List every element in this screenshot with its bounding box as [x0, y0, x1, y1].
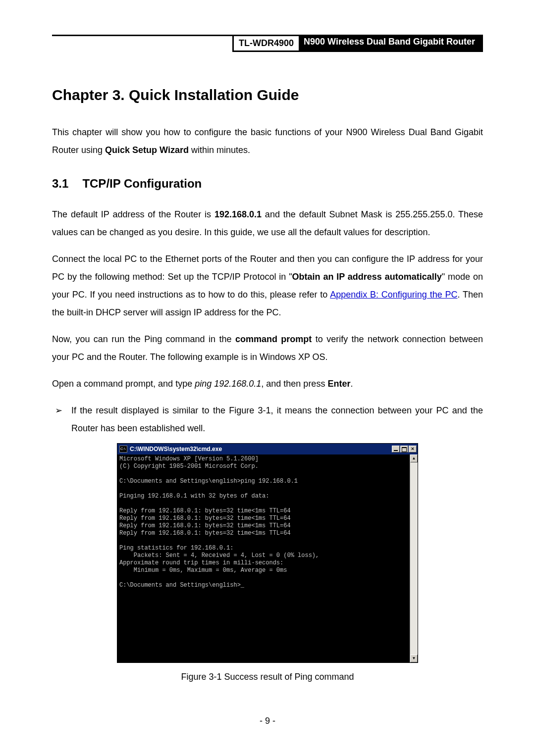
- text: , and then press: [261, 379, 327, 389]
- maximize-button[interactable]: [400, 446, 408, 453]
- bullet-text: If the result displayed is similar to th…: [71, 402, 483, 437]
- scroll-up-button[interactable]: ▲: [410, 454, 418, 462]
- paragraph-open-prompt: Open a command prompt, and type ping 192…: [52, 375, 483, 393]
- paragraph-connect-pc: Connect the local PC to the Ethernet por…: [52, 250, 483, 321]
- cmd-body-wrap: Microsoft Windows XP [Version 5.1.2600] …: [117, 454, 418, 662]
- text: Now, you can run the Ping command in the: [52, 334, 235, 344]
- vertical-scrollbar[interactable]: ▲ ▼: [410, 454, 418, 662]
- product-name: N900 Wireless Dual Band Gigabit Router: [299, 35, 483, 52]
- bullet-item: ➢ If the result displayed is similar to …: [52, 402, 483, 437]
- bold-text: command prompt: [235, 334, 312, 344]
- text: The default IP address of the Router is: [52, 209, 214, 219]
- cmd-icon: [119, 446, 127, 453]
- scroll-track[interactable]: [410, 462, 418, 655]
- bold-text: Obtain an IP address automatically: [292, 272, 442, 282]
- bullet-glyph-icon: ➢: [52, 402, 62, 419]
- page-number: - 9 -: [0, 716, 535, 726]
- text: Open a command prompt, and type: [52, 379, 195, 389]
- figure-caption: Figure 3-1 Success result of Ping comman…: [52, 672, 483, 682]
- model-number: TL-WDR4900: [232, 35, 299, 52]
- appendix-link[interactable]: Appendix B: Configuring the PC: [330, 290, 457, 300]
- bold-text: Enter: [327, 379, 350, 389]
- close-button[interactable]: ×: [409, 446, 417, 453]
- cmd-title-text: C:\WINDOWS\system32\cmd.exe: [130, 446, 392, 453]
- section-heading: TCP/IP Configuration: [82, 177, 202, 190]
- paragraph-default-ip: The default IP address of the Router is …: [52, 205, 483, 241]
- section-number: 3.1: [52, 177, 68, 191]
- cmd-window: C:\WINDOWS\system32\cmd.exe × Microsoft …: [117, 443, 418, 663]
- text: .: [350, 379, 353, 389]
- section-title: 3.1TCP/IP Configuration: [52, 177, 483, 191]
- scroll-down-button[interactable]: ▼: [410, 655, 418, 662]
- ip-address: 192.168.0.1: [214, 209, 262, 219]
- intro-paragraph: This chapter will show you how to config…: [52, 123, 483, 159]
- text: within minutes.: [189, 145, 250, 155]
- chapter-title: Chapter 3. Quick Installation Guide: [52, 87, 483, 103]
- bold-text: Quick Setup Wizard: [105, 145, 189, 155]
- header-band: TL-WDR4900 N900 Wireless Dual Band Gigab…: [52, 35, 483, 52]
- paragraph-ping: Now, you can run the Ping command in the…: [52, 330, 483, 366]
- window-buttons: ×: [392, 446, 417, 453]
- minimize-button[interactable]: [392, 446, 400, 453]
- cmd-titlebar: C:\WINDOWS\system32\cmd.exe ×: [117, 444, 418, 454]
- cmd-output: Microsoft Windows XP [Version 5.1.2600] …: [117, 454, 410, 662]
- italic-command: ping 192.168.0.1: [195, 379, 261, 389]
